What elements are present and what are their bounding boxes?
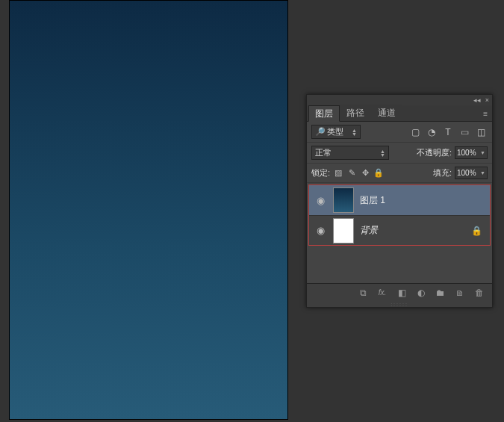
layers-empty-area[interactable]	[307, 247, 492, 283]
blend-mode-dropdown[interactable]: 正常 ▲▼	[311, 146, 389, 160]
layer-name[interactable]: 图层 1	[360, 194, 485, 207]
layer-group-icon[interactable]: 🖿	[434, 286, 447, 300]
opacity-input[interactable]: 100% ▼	[455, 146, 488, 159]
chevron-down-icon: ▼	[480, 150, 485, 155]
panel-menu-icon[interactable]: ≡	[479, 107, 492, 121]
panel-resize-grip[interactable]: ::::::	[307, 301, 492, 307]
lock-icon: 🔒	[471, 226, 485, 236]
layer-row[interactable]: ◉ 背景 🔒	[309, 215, 490, 245]
filter-text-icon[interactable]: T	[441, 125, 455, 139]
search-icon: 🔎	[315, 127, 326, 137]
layer-fx-icon[interactable]: fx.	[376, 286, 389, 300]
layer-mask-icon[interactable]: ◧	[395, 286, 408, 300]
lock-row: 锁定: ▨ ✎ ✥ 🔒 填充: 100% ▼	[307, 164, 492, 183]
lock-all-icon[interactable]: 🔒	[373, 168, 384, 179]
layer-thumbnail[interactable]	[333, 218, 354, 243]
tab-channels[interactable]: 通道	[371, 105, 402, 121]
tab-layers[interactable]: 图层	[308, 105, 340, 122]
opacity-label: 不透明度:	[417, 147, 452, 158]
link-layers-icon[interactable]: ⧉	[356, 286, 370, 300]
layer-name[interactable]: 背景	[360, 224, 465, 237]
collapse-icon[interactable]: ◂◂	[473, 96, 481, 104]
visibility-toggle-icon[interactable]: ◉	[314, 225, 327, 236]
tab-paths[interactable]: 路径	[340, 105, 371, 121]
filter-label: 类型	[327, 126, 343, 137]
layer-filter-row: 🔎 类型 ▲▼ ▢ ◔ T ▭ ◫	[307, 122, 492, 143]
layers-list: ◉ 图层 1 ◉ 背景 🔒	[308, 184, 491, 246]
blend-row: 正常 ▲▼ 不透明度: 100% ▼	[307, 143, 492, 164]
adjustment-layer-icon[interactable]: ◐	[414, 286, 428, 300]
lock-image-icon[interactable]: ✎	[346, 168, 357, 179]
chevron-updown-icon: ▲▼	[380, 149, 385, 157]
filter-type-dropdown[interactable]: 🔎 类型 ▲▼	[311, 125, 361, 139]
document-canvas[interactable]	[9, 0, 288, 420]
chevron-updown-icon: ▲▼	[352, 128, 357, 136]
close-icon[interactable]: ×	[485, 96, 489, 104]
panel-header-strip: ◂◂ ×	[307, 95, 492, 105]
opacity-value: 100%	[457, 149, 476, 157]
layer-row[interactable]: ◉ 图层 1	[309, 185, 490, 215]
visibility-toggle-icon[interactable]: ◉	[314, 195, 327, 206]
panel-tabs: 图层 路径 通道 ≡	[307, 105, 492, 122]
lock-position-icon[interactable]: ✥	[360, 168, 370, 179]
blend-mode-label: 正常	[315, 147, 332, 158]
filter-shape-icon[interactable]: ▭	[458, 125, 471, 139]
fill-label: 填充:	[433, 167, 452, 179]
fill-input[interactable]: 100% ▼	[455, 167, 488, 179]
layers-panel: ◂◂ × 图层 路径 通道 ≡ 🔎 类型 ▲▼ ▢ ◔ T ▭ ◫ 正常 ▲▼ …	[306, 94, 493, 308]
fill-value: 100%	[457, 169, 476, 177]
layer-thumbnail[interactable]	[333, 187, 354, 213]
filter-pixel-icon[interactable]: ▢	[408, 125, 422, 139]
lock-label: 锁定:	[311, 167, 330, 179]
lock-transparency-icon[interactable]: ▨	[333, 168, 343, 179]
filter-adjust-icon[interactable]: ◔	[425, 125, 438, 139]
chevron-down-icon: ▼	[480, 170, 485, 176]
new-layer-icon[interactable]: 🗈	[453, 286, 467, 300]
filter-smart-icon[interactable]: ◫	[474, 125, 488, 139]
delete-layer-icon[interactable]: 🗑	[473, 286, 486, 300]
panel-footer: ⧉ fx. ◧ ◐ 🖿 🗈 🗑	[307, 283, 492, 301]
